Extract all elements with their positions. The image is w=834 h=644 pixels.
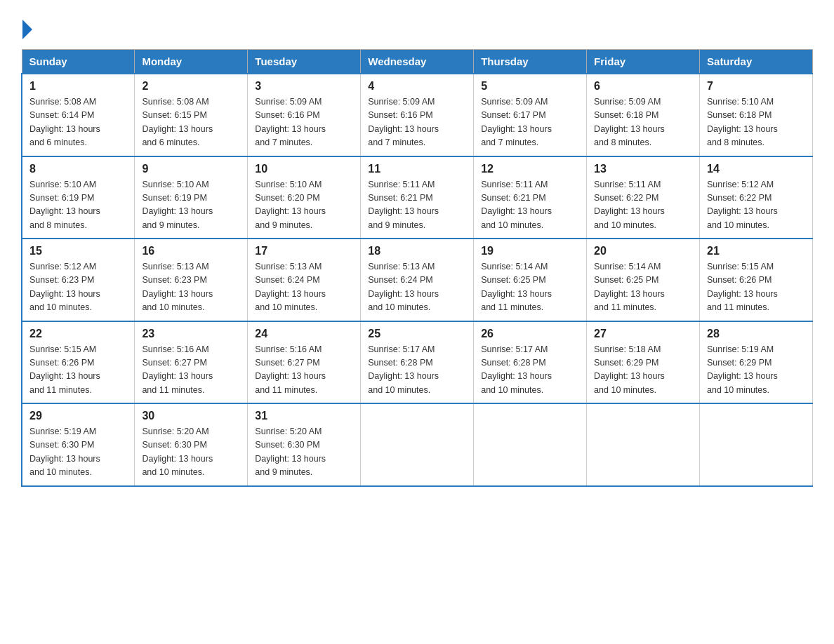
day-info: Sunrise: 5:10 AM Sunset: 6:19 PM Dayligh… (29, 178, 127, 233)
day-info: Sunrise: 5:17 AM Sunset: 6:28 PM Dayligh… (481, 343, 579, 398)
day-number: 2 (142, 80, 240, 93)
day-info: Sunrise: 5:13 AM Sunset: 6:24 PM Dayligh… (368, 260, 466, 315)
day-number: 7 (707, 80, 805, 93)
calendar-day-cell: 20 Sunrise: 5:14 AM Sunset: 6:25 PM Dayl… (587, 239, 700, 321)
day-number: 20 (594, 245, 692, 257)
day-number: 6 (594, 80, 692, 93)
calendar-day-cell: 17 Sunrise: 5:13 AM Sunset: 6:24 PM Dayl… (248, 239, 361, 321)
day-info: Sunrise: 5:14 AM Sunset: 6:25 PM Dayligh… (481, 260, 579, 315)
calendar-day-header: Monday (135, 50, 248, 74)
calendar-day-header: Tuesday (248, 50, 361, 74)
day-number: 4 (368, 80, 466, 93)
day-info: Sunrise: 5:09 AM Sunset: 6:17 PM Dayligh… (481, 95, 579, 150)
calendar-day-header: Sunday (22, 50, 135, 74)
day-number: 27 (594, 328, 692, 340)
logo-arrow-icon (22, 20, 32, 39)
calendar-day-cell: 19 Sunrise: 5:14 AM Sunset: 6:25 PM Dayl… (474, 239, 587, 321)
day-info: Sunrise: 5:16 AM Sunset: 6:27 PM Dayligh… (142, 343, 240, 398)
day-info: Sunrise: 5:09 AM Sunset: 6:16 PM Dayligh… (368, 95, 466, 150)
day-number: 12 (481, 163, 579, 175)
day-number: 13 (594, 163, 692, 175)
calendar-week-row: 8 Sunrise: 5:10 AM Sunset: 6:19 PM Dayli… (22, 156, 813, 239)
calendar-day-header: Saturday (700, 50, 813, 74)
calendar-day-cell: 1 Sunrise: 5:08 AM Sunset: 6:14 PM Dayli… (22, 74, 135, 156)
calendar-day-cell: 15 Sunrise: 5:12 AM Sunset: 6:23 PM Dayl… (22, 239, 135, 321)
calendar-day-cell: 7 Sunrise: 5:10 AM Sunset: 6:18 PM Dayli… (700, 74, 813, 156)
calendar-day-cell: 25 Sunrise: 5:17 AM Sunset: 6:28 PM Dayl… (361, 321, 474, 404)
calendar-day-cell: 3 Sunrise: 5:09 AM Sunset: 6:16 PM Dayli… (248, 74, 361, 156)
logo (21, 17, 32, 36)
calendar-day-cell: 27 Sunrise: 5:18 AM Sunset: 6:29 PM Dayl… (587, 321, 700, 404)
day-info: Sunrise: 5:11 AM Sunset: 6:21 PM Dayligh… (368, 178, 466, 233)
calendar-day-cell (361, 403, 474, 486)
calendar-day-cell: 13 Sunrise: 5:11 AM Sunset: 6:22 PM Dayl… (587, 156, 700, 239)
day-number: 24 (255, 328, 353, 340)
day-info: Sunrise: 5:15 AM Sunset: 6:26 PM Dayligh… (29, 343, 127, 398)
day-number: 26 (481, 328, 579, 340)
calendar-header-row: SundayMondayTuesdayWednesdayThursdayFrid… (22, 50, 813, 74)
day-number: 19 (481, 245, 579, 257)
day-info: Sunrise: 5:16 AM Sunset: 6:27 PM Dayligh… (255, 343, 353, 398)
calendar-table: SundayMondayTuesdayWednesdayThursdayFrid… (21, 49, 813, 487)
day-info: Sunrise: 5:10 AM Sunset: 6:19 PM Dayligh… (142, 178, 240, 233)
page-header (21, 17, 813, 36)
day-number: 18 (368, 245, 466, 257)
day-info: Sunrise: 5:09 AM Sunset: 6:16 PM Dayligh… (255, 95, 353, 150)
calendar-day-header: Thursday (474, 50, 587, 74)
day-number: 10 (255, 163, 353, 175)
calendar-week-row: 15 Sunrise: 5:12 AM Sunset: 6:23 PM Dayl… (22, 239, 813, 321)
calendar-day-cell: 28 Sunrise: 5:19 AM Sunset: 6:29 PM Dayl… (700, 321, 813, 404)
day-info: Sunrise: 5:20 AM Sunset: 6:30 PM Dayligh… (255, 425, 353, 480)
calendar-day-cell: 22 Sunrise: 5:15 AM Sunset: 6:26 PM Dayl… (22, 321, 135, 404)
calendar-day-cell: 5 Sunrise: 5:09 AM Sunset: 6:17 PM Dayli… (474, 74, 587, 156)
day-info: Sunrise: 5:15 AM Sunset: 6:26 PM Dayligh… (707, 260, 805, 315)
calendar-day-cell (474, 403, 587, 486)
day-number: 15 (29, 245, 127, 257)
day-info: Sunrise: 5:08 AM Sunset: 6:14 PM Dayligh… (29, 95, 127, 150)
day-info: Sunrise: 5:09 AM Sunset: 6:18 PM Dayligh… (594, 95, 692, 150)
calendar-day-cell: 4 Sunrise: 5:09 AM Sunset: 6:16 PM Dayli… (361, 74, 474, 156)
calendar-day-cell: 11 Sunrise: 5:11 AM Sunset: 6:21 PM Dayl… (361, 156, 474, 239)
calendar-day-cell (700, 403, 813, 486)
calendar-day-cell: 12 Sunrise: 5:11 AM Sunset: 6:21 PM Dayl… (474, 156, 587, 239)
calendar-week-row: 29 Sunrise: 5:19 AM Sunset: 6:30 PM Dayl… (22, 403, 813, 486)
day-number: 5 (481, 80, 579, 93)
calendar-day-cell: 6 Sunrise: 5:09 AM Sunset: 6:18 PM Dayli… (587, 74, 700, 156)
day-number: 29 (29, 410, 127, 422)
day-info: Sunrise: 5:12 AM Sunset: 6:23 PM Dayligh… (29, 260, 127, 315)
calendar-day-header: Friday (587, 50, 700, 74)
calendar-week-row: 22 Sunrise: 5:15 AM Sunset: 6:26 PM Dayl… (22, 321, 813, 404)
calendar-week-row: 1 Sunrise: 5:08 AM Sunset: 6:14 PM Dayli… (22, 74, 813, 156)
day-number: 17 (255, 245, 353, 257)
calendar-day-cell: 29 Sunrise: 5:19 AM Sunset: 6:30 PM Dayl… (22, 403, 135, 486)
day-info: Sunrise: 5:18 AM Sunset: 6:29 PM Dayligh… (594, 343, 692, 398)
calendar-day-cell: 18 Sunrise: 5:13 AM Sunset: 6:24 PM Dayl… (361, 239, 474, 321)
day-info: Sunrise: 5:12 AM Sunset: 6:22 PM Dayligh… (707, 178, 805, 233)
day-number: 14 (707, 163, 805, 175)
calendar-day-cell: 23 Sunrise: 5:16 AM Sunset: 6:27 PM Dayl… (135, 321, 248, 404)
calendar-day-cell: 31 Sunrise: 5:20 AM Sunset: 6:30 PM Dayl… (248, 403, 361, 486)
day-info: Sunrise: 5:19 AM Sunset: 6:30 PM Dayligh… (29, 425, 127, 480)
day-number: 22 (29, 328, 127, 340)
day-number: 11 (368, 163, 466, 175)
day-info: Sunrise: 5:10 AM Sunset: 6:18 PM Dayligh… (707, 95, 805, 150)
day-number: 25 (368, 328, 466, 340)
calendar-day-cell: 21 Sunrise: 5:15 AM Sunset: 6:26 PM Dayl… (700, 239, 813, 321)
day-number: 21 (707, 245, 805, 257)
calendar-day-cell: 10 Sunrise: 5:10 AM Sunset: 6:20 PM Dayl… (248, 156, 361, 239)
day-info: Sunrise: 5:14 AM Sunset: 6:25 PM Dayligh… (594, 260, 692, 315)
calendar-day-cell: 2 Sunrise: 5:08 AM Sunset: 6:15 PM Dayli… (135, 74, 248, 156)
calendar-day-header: Wednesday (361, 50, 474, 74)
day-number: 8 (29, 163, 127, 175)
calendar-day-cell: 26 Sunrise: 5:17 AM Sunset: 6:28 PM Dayl… (474, 321, 587, 404)
day-info: Sunrise: 5:13 AM Sunset: 6:23 PM Dayligh… (142, 260, 240, 315)
day-number: 31 (255, 410, 353, 422)
day-number: 9 (142, 163, 240, 175)
day-number: 3 (255, 80, 353, 93)
calendar-day-cell (587, 403, 700, 486)
calendar-day-cell: 24 Sunrise: 5:16 AM Sunset: 6:27 PM Dayl… (248, 321, 361, 404)
day-info: Sunrise: 5:10 AM Sunset: 6:20 PM Dayligh… (255, 178, 353, 233)
day-number: 28 (707, 328, 805, 340)
calendar-day-cell: 9 Sunrise: 5:10 AM Sunset: 6:19 PM Dayli… (135, 156, 248, 239)
day-number: 30 (142, 410, 240, 422)
